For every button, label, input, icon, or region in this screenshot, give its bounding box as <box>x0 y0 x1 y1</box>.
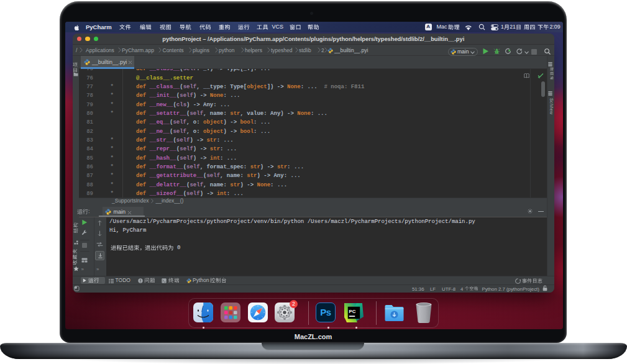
svg-text:PC: PC <box>349 308 356 314</box>
